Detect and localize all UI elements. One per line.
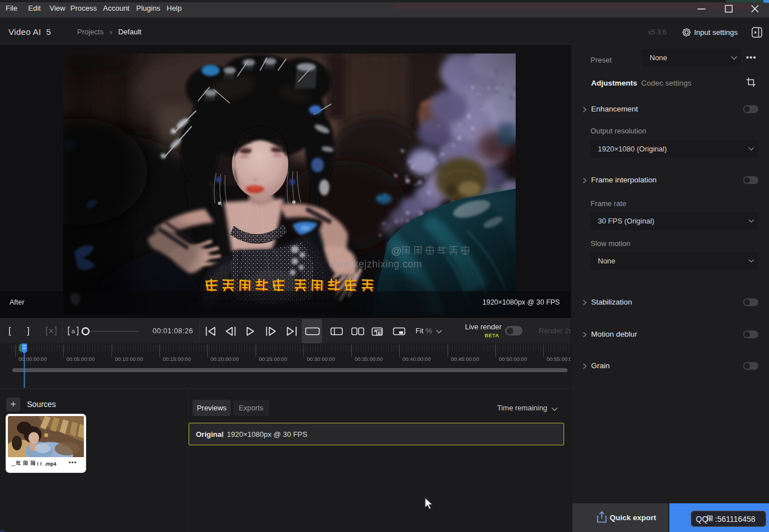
svg-text:B: B [378, 330, 381, 336]
svg-text:a: a [71, 328, 75, 334]
